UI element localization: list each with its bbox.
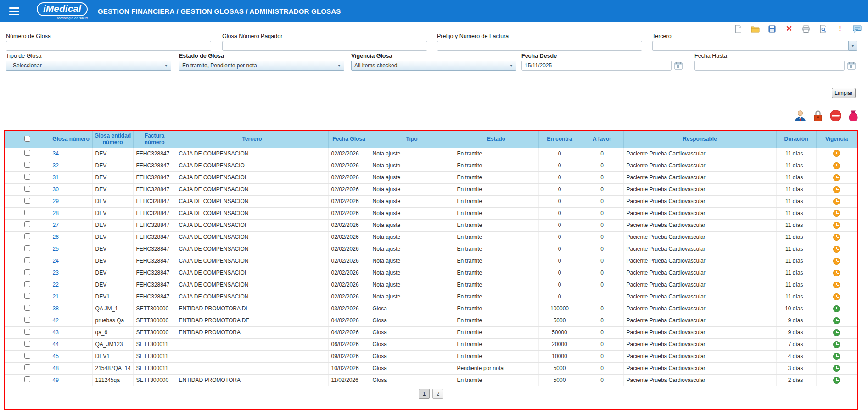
column-header[interactable]: Estado — [454, 131, 538, 148]
row-checkbox[interactable] — [24, 305, 30, 311]
row-checkbox[interactable] — [24, 186, 30, 192]
cell-responsable: Paciente Prueba Cardiovascular — [623, 171, 776, 183]
tipo-glosa-select[interactable]: --Seleccionar-- ▼ — [6, 61, 171, 71]
row-checkbox[interactable] — [24, 233, 30, 239]
new-document-icon[interactable] — [734, 24, 743, 33]
fecha-hasta-input[interactable] — [694, 61, 845, 71]
limpiar-button[interactable]: Limpiar — [832, 88, 856, 98]
row-checkbox[interactable] — [24, 210, 30, 215]
fecha-desde-calendar-icon[interactable] — [673, 61, 683, 71]
column-header[interactable]: Tercero — [176, 131, 328, 148]
alert-icon[interactable]: ! — [835, 24, 845, 33]
row-checkbox[interactable] — [24, 162, 30, 168]
glosa-number-link[interactable]: 45 — [53, 353, 59, 359]
cell-entidad: DEV — [92, 219, 133, 231]
glosa-number-link[interactable]: 28 — [53, 210, 59, 216]
vigencia-clock-icon — [833, 162, 840, 169]
row-checkbox[interactable] — [24, 245, 30, 251]
glosa-number-link[interactable]: 25 — [53, 246, 59, 252]
row-checkbox[interactable] — [24, 150, 30, 156]
cell-estado: En tramite — [454, 195, 538, 207]
glosa-number-link[interactable]: 24 — [53, 258, 59, 264]
cell-en-contra: 0 — [538, 171, 581, 183]
cell-estado: Pendiente por nota — [454, 362, 538, 374]
glosa-number-link[interactable]: 43 — [53, 329, 59, 336]
vigencia-clock-icon — [833, 341, 840, 348]
row-checkbox[interactable] — [24, 221, 30, 227]
row-checkbox[interactable] — [24, 198, 30, 204]
page-button-1[interactable]: 1 — [419, 389, 430, 399]
glosa-number-link[interactable]: 26 — [53, 234, 59, 240]
row-checkbox[interactable] — [24, 341, 30, 347]
row-checkbox[interactable] — [24, 329, 30, 335]
glosa-number-link[interactable]: 23 — [53, 270, 59, 276]
excel-export-icon[interactable]: ✕ — [784, 24, 794, 33]
glosa-number-link[interactable]: 32 — [53, 162, 59, 169]
row-checkbox[interactable] — [24, 293, 30, 299]
column-header[interactable]: En contra — [538, 131, 581, 148]
fecha-desde-input[interactable] — [521, 61, 672, 71]
tercero-dropdown-button[interactable]: ▼ — [848, 41, 857, 51]
user-icon[interactable] — [794, 110, 806, 122]
page-button-2[interactable]: 2 — [432, 389, 443, 399]
select-all-checkbox[interactable] — [24, 136, 30, 142]
glosa-numero-pagador-input[interactable] — [222, 41, 427, 51]
glosa-number-link[interactable]: 21 — [53, 293, 59, 300]
row-checkbox[interactable] — [24, 353, 30, 359]
table-row: 49121245qaSETT300000ENTIDAD PROMOTORA11/… — [5, 374, 857, 386]
save-icon[interactable] — [767, 24, 777, 33]
prefijo-numero-factura-input[interactable] — [437, 41, 642, 51]
glosa-number-link[interactable]: 48 — [53, 365, 59, 371]
column-header[interactable]: Responsable — [623, 131, 776, 148]
glosa-number-link[interactable]: 34 — [53, 150, 59, 157]
cell-glosa-numero: 45 — [50, 350, 92, 362]
column-header[interactable]: Vigencia — [816, 131, 857, 148]
print-icon[interactable] — [801, 24, 811, 33]
cell-fecha: 04/02/2026 — [328, 315, 370, 326]
lock-icon[interactable] — [812, 110, 823, 122]
column-header[interactable]: Duración — [776, 131, 816, 148]
column-header[interactable]: Fecha Glosa — [328, 131, 370, 148]
glosa-number-link[interactable]: 27 — [53, 222, 59, 228]
glosa-number-link[interactable]: 29 — [53, 198, 59, 204]
column-header[interactable]: Factura número — [133, 131, 176, 148]
glosa-number-link[interactable]: 42 — [53, 317, 59, 324]
print-preview-icon[interactable] — [818, 24, 828, 33]
row-checkbox[interactable] — [24, 364, 30, 370]
chevron-down-icon: ▼ — [337, 64, 341, 68]
glosa-number-link[interactable]: 44 — [53, 341, 59, 348]
cell-vigencia — [816, 291, 857, 303]
cell-duracion: 4 días — [776, 350, 816, 362]
tercero-input[interactable] — [652, 41, 848, 51]
forbidden-icon[interactable] — [829, 110, 842, 122]
glosa-number-link[interactable]: 22 — [53, 282, 59, 288]
cell-estado: En tramite — [454, 267, 538, 279]
row-checkbox-cell — [5, 291, 50, 303]
cell-tipo: Glosa — [370, 315, 454, 326]
column-header[interactable]: Glosa número — [50, 131, 92, 148]
row-checkbox[interactable] — [24, 376, 30, 382]
row-checkbox[interactable] — [24, 257, 30, 263]
glosa-number-link[interactable]: 30 — [53, 186, 59, 193]
estado-glosa-select[interactable]: En tramite, Pendiente por nota ▼ — [179, 61, 344, 71]
bag-icon[interactable] — [848, 110, 859, 122]
row-checkbox[interactable] — [24, 281, 30, 287]
row-checkbox[interactable] — [24, 174, 30, 180]
glosa-number-link[interactable]: 38 — [53, 305, 59, 312]
row-checkbox[interactable] — [24, 317, 30, 323]
column-header[interactable]: A favor — [581, 131, 623, 148]
comments-icon[interactable] — [852, 24, 862, 33]
menu-icon[interactable] — [9, 6, 20, 17]
glosa-number-link[interactable]: 31 — [53, 174, 59, 181]
cell-entidad: DEV1 — [92, 350, 133, 362]
cell-responsable: Paciente Prueba Cardiovascular — [623, 362, 776, 374]
row-checkbox[interactable] — [24, 269, 30, 275]
numero-glosa-input[interactable] — [6, 41, 211, 51]
column-header[interactable]: Glosa entidad número — [92, 131, 133, 148]
vigencia-glosa-select[interactable]: All items checked ▼ — [351, 61, 516, 71]
fecha-hasta-calendar-icon[interactable] — [846, 61, 857, 71]
open-folder-icon[interactable] — [750, 24, 760, 33]
column-header[interactable]: Tipo — [370, 131, 454, 148]
glosa-number-link[interactable]: 49 — [53, 377, 59, 383]
cell-a-favor: 0 — [581, 338, 623, 350]
